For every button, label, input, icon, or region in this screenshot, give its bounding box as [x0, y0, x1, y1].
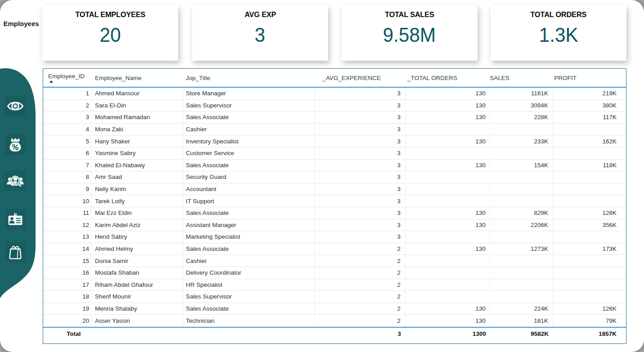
table-row[interactable]: 3Mohamed RamadanSales Associate3130228K1… — [43, 111, 626, 124]
table-row[interactable]: 5Hany ShakerInventory Specialist3130233K… — [43, 135, 626, 147]
table-cell: Sales Supervisor — [184, 291, 315, 303]
total-orders: 1300 — [405, 328, 491, 340]
table-row[interactable]: 16Mostafa ShabanDelivery Coordinator2 — [43, 267, 626, 279]
table-row[interactable]: 10Tarek LotfyIT Support3 — [43, 195, 626, 207]
table-cell: Marketing Specialist — [184, 231, 315, 243]
table-cell: 3 — [315, 135, 405, 147]
table-cell: 12 — [43, 219, 91, 231]
table-cell: 3 — [315, 147, 405, 159]
table-cell — [491, 171, 553, 183]
table-row[interactable]: 2Sara El-DinSales Supervisor31303094K380… — [43, 100, 626, 112]
discount-money-bag-icon — [6, 136, 24, 154]
kpi-card-avg-exp[interactable]: AVG EXP 3 — [192, 5, 328, 61]
table-cell — [405, 147, 491, 159]
kpi-card-total-employees[interactable]: TOTAL EMPLOYEES 20 — [42, 5, 178, 61]
kpi-value: 1.3K — [539, 23, 578, 47]
table-cell: 130 — [405, 243, 491, 255]
table-row[interactable]: 6Yasmine SabryCustomer Service3 — [43, 147, 626, 160]
table-cell: Cashier — [184, 255, 315, 267]
table-cell — [491, 195, 553, 207]
table-cell: Sales Associate — [184, 160, 315, 171]
table-header-row: Employee_ID Employee_Name Jop_Title _AVG… — [43, 69, 626, 88]
column-header-sales[interactable]: SALES — [491, 69, 553, 87]
kpi-label: TOTAL ORDERS — [531, 10, 587, 19]
table-cell: 3 — [315, 100, 405, 111]
table-row[interactable]: 8Amr SaadSecurity Guard3 — [43, 171, 626, 183]
table-row[interactable]: 17Riham Abdel GhafourHR Specialist2 — [43, 279, 626, 291]
column-header-avg-experience[interactable]: _AVG_EXPERIENCE — [315, 69, 405, 87]
table-cell: Sales Associate — [184, 303, 315, 315]
table-cell: 219K — [553, 88, 621, 99]
table-row[interactable]: 12Karim Abdel AzizAssistant Manager31302… — [43, 219, 626, 232]
table-row[interactable]: 15Donia SamirCashier2 — [43, 255, 626, 267]
page-title: Employees — [0, 20, 42, 27]
column-header-jop-title[interactable]: Jop_Title — [184, 69, 315, 87]
table-cell: 130 — [405, 135, 491, 147]
table-cell: 2206K — [491, 219, 553, 231]
kpi-card-total-sales[interactable]: TOTAL SALES 9.58M — [342, 5, 477, 61]
kpi-card-total-orders[interactable]: TOTAL ORDERS 1.3K — [491, 5, 626, 61]
table-cell: Donia Samir — [91, 255, 184, 267]
table-cell: 3 — [315, 160, 405, 171]
table-row[interactable]: 18Sherif MounirSales Supervisor2 — [43, 291, 626, 303]
sidebar-item-overview[interactable] — [5, 96, 26, 116]
table-cell — [491, 279, 553, 291]
sidebar-item-employees[interactable] — [5, 209, 26, 230]
column-header-employee-name[interactable]: Employee_Name — [91, 69, 184, 87]
table-cell: 1273K — [491, 243, 553, 255]
table-cell: 2 — [315, 279, 405, 291]
table-cell: Khaled El-Nabawy — [91, 160, 184, 171]
sidebar-item-orders[interactable] — [5, 241, 26, 262]
table-cell: Sara El-Din — [91, 100, 184, 111]
table-cell: 2 — [315, 303, 405, 315]
table-cell — [491, 231, 553, 243]
table-cell: 130 — [405, 160, 491, 171]
table-cell: 117K — [553, 111, 621, 123]
table-cell — [553, 183, 621, 195]
table-cell: 3 — [43, 111, 91, 123]
table-row[interactable]: 14Ahmed HelmySales Associate21301273K173… — [43, 243, 626, 255]
table-cell: Yasmine Sabry — [91, 147, 184, 159]
table-row[interactable]: 20Asser YassinTechnician2130181K79K — [43, 315, 626, 327]
table-cell — [405, 124, 491, 135]
table-cell: 13 — [43, 231, 91, 243]
table-cell: 10 — [43, 195, 91, 207]
column-header-employee-id[interactable]: Employee_ID — [43, 69, 91, 87]
table-cell: Store Manager — [184, 88, 315, 99]
table-row[interactable]: 11Mai Ezz EldinSales Associate3130829K12… — [43, 207, 626, 219]
table-cell: Riham Abdel Ghafour — [91, 279, 184, 291]
table-cell: Security Guard — [184, 171, 315, 183]
table-cell — [553, 267, 621, 279]
table-row[interactable]: 19Menna ShalabySales Associate2130224K12… — [43, 303, 626, 315]
column-header-profit[interactable]: PROFIT — [553, 69, 621, 87]
table-row[interactable]: 7Khaled El-NabawySales Associate3130154K… — [43, 160, 626, 172]
table-cell: 5 — [43, 135, 91, 147]
table-cell: 20 — [43, 315, 91, 327]
table-cell: 126K — [553, 303, 621, 315]
sidebar-item-customers[interactable] — [5, 170, 26, 191]
table-cell: 1161K — [491, 88, 553, 99]
kpi-label: TOTAL EMPLOYEES — [75, 10, 145, 19]
table-cell: Customer Service — [184, 147, 315, 159]
table-cell: 3 — [315, 111, 405, 123]
table-cell: 130 — [405, 315, 491, 327]
table-row[interactable]: 13Hend SabryMarketing Specialist3 — [43, 231, 626, 243]
table-row[interactable]: 9Nelly KarimAccountant3 — [43, 183, 626, 196]
table-cell — [553, 171, 621, 183]
table-cell: 118K — [553, 160, 621, 171]
table-cell: 2 — [315, 315, 405, 327]
table-row[interactable]: 4Mona ZakiCashier3 — [43, 124, 626, 136]
table-cell: 228K — [491, 111, 553, 123]
table-cell: 3 — [315, 219, 405, 231]
table-cell — [405, 195, 491, 207]
table-cell: 6 — [43, 147, 91, 159]
table-cell: 3 — [315, 207, 405, 219]
table-cell: 154K — [491, 160, 553, 171]
table-cell — [553, 195, 621, 207]
table-cell: Ahmed Mansour — [91, 88, 184, 99]
table-cell: 3 — [315, 231, 405, 243]
sidebar-item-discounts[interactable] — [5, 134, 26, 155]
report-canvas: Employees — [0, 0, 644, 352]
table-row[interactable]: 1Ahmed MansourStore Manager31301161K219K — [43, 88, 626, 100]
column-header-total-orders[interactable]: _TOTAL ORDERS — [405, 69, 491, 87]
